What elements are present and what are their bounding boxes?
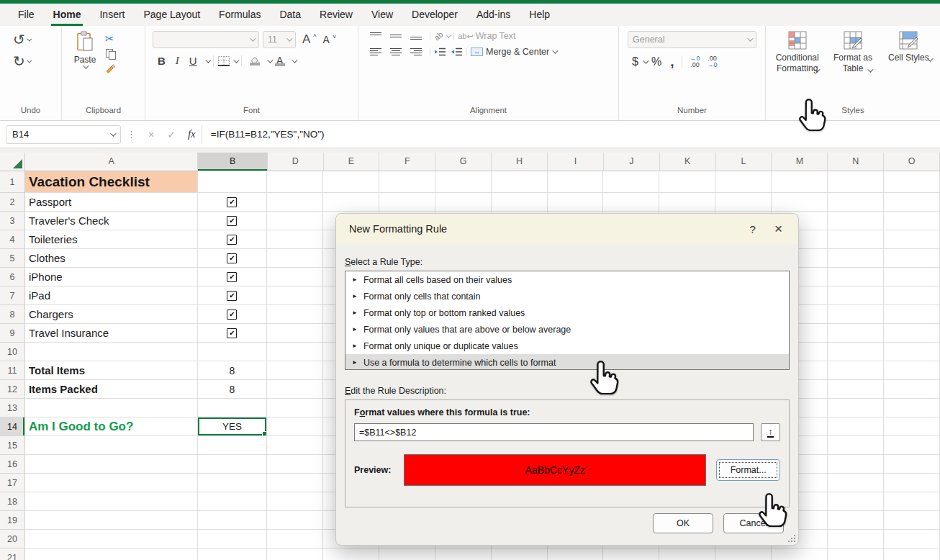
cell-A15[interactable] — [25, 436, 198, 455]
font-color-button[interactable]: A — [271, 56, 289, 66]
cell-F2[interactable] — [379, 193, 435, 212]
cell-J21[interactable] — [603, 548, 659, 560]
cell-F21[interactable] — [379, 548, 435, 560]
column-header-O[interactable]: O — [884, 153, 940, 171]
rule-type-option[interactable]: ►Use a formula to determine which cells … — [345, 354, 789, 370]
increase-indent-button[interactable] — [451, 47, 463, 57]
cell-D6[interactable] — [267, 268, 323, 286]
cell-A8[interactable]: Chargers — [25, 305, 198, 324]
cell-L2[interactable] — [715, 193, 772, 212]
align-top-button[interactable] — [370, 32, 381, 41]
cell-B18[interactable] — [198, 492, 267, 511]
font-size-combo[interactable]: 11 — [263, 31, 296, 48]
cell-G1[interactable] — [435, 171, 492, 193]
cell-A21[interactable] — [25, 548, 198, 560]
font-color-chevron-icon[interactable] — [292, 57, 297, 63]
row-header-14[interactable]: 14 — [0, 417, 25, 436]
column-header-H[interactable]: H — [492, 153, 548, 171]
cell-B20[interactable] — [198, 530, 267, 548]
checkbox-row-7[interactable]: ✔ — [227, 291, 237, 301]
cell-E21[interactable] — [323, 548, 379, 560]
row-header-1[interactable]: 1 — [0, 171, 25, 193]
cell-N20[interactable] — [828, 530, 884, 548]
cell-B12[interactable]: 8 — [198, 380, 267, 399]
cell-O15[interactable] — [884, 436, 940, 455]
row-header-19[interactable]: 19 — [0, 511, 25, 530]
cell-N16[interactable] — [828, 455, 884, 474]
cell-B16[interactable] — [198, 455, 267, 474]
cell-A18[interactable] — [25, 492, 198, 511]
cell-L1[interactable] — [715, 171, 772, 193]
row-header-12[interactable]: 12 — [0, 380, 25, 399]
cell-O18[interactable] — [884, 492, 940, 511]
cell-B6[interactable]: ✔ — [198, 268, 267, 286]
cell-D19[interactable] — [267, 511, 323, 530]
cell-N13[interactable] — [828, 399, 884, 417]
cell-A20[interactable] — [25, 530, 198, 548]
cell-A19[interactable] — [25, 511, 198, 530]
cell-M2[interactable] — [772, 193, 828, 212]
font-name-combo[interactable] — [153, 31, 259, 48]
cell-D10[interactable] — [267, 343, 323, 361]
checkbox-row-8[interactable]: ✔ — [227, 310, 237, 320]
rule-type-option[interactable]: ►Format only cells that contain — [345, 288, 789, 304]
increase-decimal-button[interactable]: ←0 .00 — [686, 55, 703, 68]
paste-button[interactable]: Paste — [66, 31, 104, 69]
cell-O4[interactable] — [884, 230, 940, 249]
column-header-J[interactable]: J — [604, 153, 660, 171]
cell-A2[interactable]: Passport — [25, 193, 198, 212]
tab-formulas[interactable]: Formulas — [209, 4, 270, 26]
column-header-I[interactable]: I — [548, 153, 604, 171]
cell-D1[interactable] — [267, 171, 323, 193]
confirm-entry-icon[interactable]: ✓ — [161, 129, 182, 140]
cell-N9[interactable] — [828, 324, 884, 343]
cell-A4[interactable]: Toileteries — [25, 230, 198, 249]
cell-B7[interactable]: ✔ — [198, 286, 267, 305]
align-right-button[interactable] — [410, 48, 422, 57]
cell-D20[interactable] — [267, 530, 323, 548]
cell-H1[interactable] — [492, 171, 548, 193]
cell-E1[interactable] — [323, 171, 379, 193]
column-header-M[interactable]: M — [772, 153, 828, 171]
cell-O19[interactable] — [884, 511, 940, 530]
dialog-help-button[interactable]: ? — [734, 223, 772, 235]
format-as-table-button[interactable]: Format as Table — [826, 31, 880, 73]
checkbox-row-4[interactable]: ✔ — [227, 235, 237, 245]
tab-data[interactable]: Data — [270, 4, 310, 26]
cell-K1[interactable] — [659, 171, 715, 193]
row-header-6[interactable]: 6 — [0, 268, 25, 286]
tab-page-layout[interactable]: Page Layout — [134, 4, 209, 26]
row-header-20[interactable]: 20 — [0, 530, 25, 548]
cell-N14[interactable] — [828, 417, 884, 436]
row-header-9[interactable]: 9 — [0, 324, 25, 343]
cell-D18[interactable] — [267, 492, 323, 511]
cell-D2[interactable] — [267, 193, 323, 212]
cell-A13[interactable] — [25, 399, 198, 417]
column-header-G[interactable]: G — [435, 153, 492, 171]
row-header-16[interactable]: 16 — [0, 455, 25, 474]
italic-button[interactable]: I — [171, 54, 184, 68]
row-header-21[interactable]: 21 — [0, 548, 25, 560]
cell-B5[interactable]: ✔ — [198, 249, 267, 268]
borders-chevron-icon[interactable] — [233, 57, 239, 63]
underline-button[interactable]: U — [184, 54, 202, 68]
cell-O16[interactable] — [884, 455, 940, 474]
cell-A12[interactable]: Items Packed — [25, 380, 198, 399]
column-header-D[interactable]: D — [268, 153, 324, 171]
cell-N12[interactable] — [828, 380, 884, 399]
tab-help[interactable]: Help — [520, 4, 559, 26]
cell-D12[interactable] — [267, 380, 323, 399]
cell-D8[interactable] — [267, 305, 323, 324]
shrink-font-button[interactable]: A˅ — [320, 33, 337, 46]
cell-O13[interactable] — [884, 399, 940, 417]
cell-N6[interactable] — [828, 268, 884, 286]
column-header-K[interactable]: K — [660, 153, 716, 171]
row-header-11[interactable]: 11 — [0, 361, 25, 380]
cell-I21[interactable] — [548, 548, 604, 560]
cell-N2[interactable] — [828, 193, 884, 212]
cell-O1[interactable] — [884, 171, 940, 193]
cell-O21[interactable] — [884, 548, 940, 560]
cell-B4[interactable]: ✔ — [198, 230, 267, 249]
orientation-button[interactable]: ab — [433, 30, 445, 42]
cell-B19[interactable] — [198, 511, 267, 530]
